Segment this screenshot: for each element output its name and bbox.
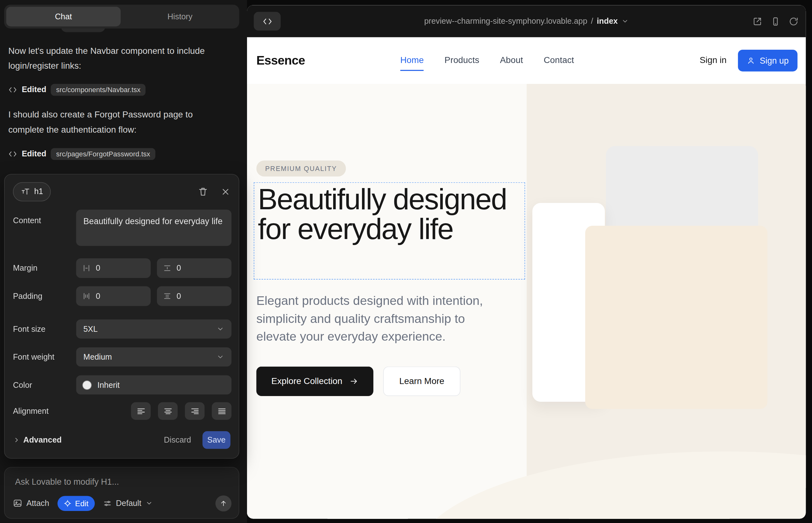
editor-footer: Advanced Discard Save: [13, 431, 231, 449]
margin-x-field[interactable]: [76, 258, 151, 278]
edited-label: Edited: [22, 85, 46, 94]
chevron-down-icon: [217, 325, 225, 333]
edited-file-row: Edited src/components/Navbar.tsx: [8, 83, 146, 96]
padding-y-icon: [163, 292, 171, 300]
hero-curve-decoration: [413, 451, 806, 519]
font-size-value: 5XL: [83, 324, 98, 333]
align-right-button[interactable]: [185, 402, 205, 420]
align-left-button[interactable]: [131, 402, 151, 420]
edit-mode-label: Edit: [75, 499, 88, 508]
chevron-down-icon: [145, 500, 153, 507]
font-size-select[interactable]: 5XL: [76, 320, 231, 339]
explore-collection-button[interactable]: Explore Collection: [256, 366, 373, 396]
chevron-down-icon: [217, 353, 225, 361]
padding-inputs: [76, 286, 231, 306]
chevron-down-icon: [621, 18, 629, 25]
align-justify-button[interactable]: [212, 402, 231, 420]
save-button[interactable]: Save: [202, 431, 230, 449]
chevron-right-icon: [13, 436, 20, 444]
nav-link-about[interactable]: About: [500, 55, 523, 66]
nav-link-home[interactable]: Home: [400, 55, 424, 66]
hero-badge: PREMIUM QUALITY: [256, 161, 346, 177]
site-navbar: Essence Home Products About Contact Sign…: [247, 37, 806, 84]
default-mode-button[interactable]: Default: [103, 499, 153, 508]
tab-chat[interactable]: Chat: [6, 7, 121, 26]
url-separator: /: [591, 16, 593, 26]
margin-x-input[interactable]: [96, 264, 127, 273]
refresh-icon[interactable]: [789, 16, 798, 26]
file-badge[interactable]: src/pages/ForgotPassword.tsx: [51, 148, 156, 160]
padding-x-icon: [82, 292, 91, 300]
chat-message: Now let's update the Navbar component to…: [8, 43, 214, 73]
preview-window: preview--charming-site-symphony.lovable.…: [247, 5, 806, 519]
align-left-icon: [136, 406, 146, 416]
align-center-button[interactable]: [158, 402, 178, 420]
user-icon: [747, 56, 755, 65]
margin-y-icon: [163, 264, 171, 272]
arrow-right-icon: [350, 377, 358, 385]
margin-x-icon: [82, 264, 91, 272]
decor-card-cream: [585, 226, 768, 409]
tab-history[interactable]: History: [123, 7, 237, 26]
chat-panel: Chat History Now let's update the Navbar…: [0, 0, 247, 523]
mobile-preview-icon[interactable]: [771, 16, 780, 26]
color-select[interactable]: Inherit: [76, 376, 231, 395]
align-justify-icon: [217, 406, 226, 416]
padding-x-field[interactable]: [76, 286, 151, 306]
align-center-icon: [163, 406, 173, 416]
advanced-toggle[interactable]: Advanced: [13, 435, 62, 445]
attach-label: Attach: [26, 499, 49, 508]
site-brand[interactable]: Essence: [256, 53, 305, 68]
panel-tabs: Chat History: [4, 5, 239, 29]
close-icon[interactable]: [221, 186, 231, 196]
open-external-icon[interactable]: [753, 16, 762, 26]
send-button[interactable]: [215, 495, 231, 511]
color-label: Color: [13, 381, 32, 390]
composer: Attach Edit Default: [4, 467, 239, 519]
element-tag-name: h1: [34, 187, 43, 196]
sign-in-link[interactable]: Sign in: [700, 55, 726, 66]
site-preview: Essence Home Products About Contact Sign…: [247, 37, 806, 519]
chat-message: I should also create a Forgot Password p…: [8, 107, 214, 137]
learn-more-button[interactable]: Learn More: [383, 366, 460, 396]
content-input[interactable]: Beautifully designed for everyday life: [76, 210, 231, 246]
font-weight-value: Medium: [83, 353, 112, 362]
element-tag-chip[interactable]: h1: [13, 182, 51, 201]
discard-button[interactable]: Discard: [164, 435, 191, 445]
font-weight-select[interactable]: Medium: [76, 347, 231, 366]
hero-heading[interactable]: Beautifully designed for everyday life: [254, 183, 525, 245]
padding-label: Padding: [13, 292, 42, 301]
sliders-icon: [103, 499, 112, 508]
margin-y-input[interactable]: [177, 264, 208, 273]
selected-element-outline[interactable]: Beautifully designed for everyday life: [254, 182, 525, 279]
sign-up-button[interactable]: Sign up: [738, 50, 797, 72]
url-bar[interactable]: preview--charming-site-symphony.lovable.…: [247, 5, 806, 37]
hero-cta-row: Explore Collection Learn More: [256, 366, 460, 396]
padding-y-field[interactable]: [157, 286, 231, 306]
explore-collection-label: Explore Collection: [271, 376, 342, 386]
crosshair-icon: [64, 499, 72, 507]
margin-label: Margin: [13, 264, 37, 273]
font-weight-label: Font weight: [13, 353, 54, 362]
nav-link-contact[interactable]: Contact: [544, 55, 574, 66]
file-badge[interactable]: src/components/Navbar.tsx: [51, 84, 146, 96]
element-editor-card: h1 Content Beautifully designed for ever…: [4, 174, 239, 458]
composer-input[interactable]: [15, 477, 222, 487]
hero-description: Elegant products designed with intention…: [256, 292, 506, 345]
app-root: Chat History Now let's update the Navbar…: [0, 0, 812, 523]
padding-y-input[interactable]: [177, 292, 208, 301]
site-nav-actions: Sign in Sign up: [700, 50, 797, 72]
trash-icon[interactable]: [198, 186, 208, 197]
text-size-icon: [21, 187, 30, 196]
code-icon: [8, 85, 17, 94]
align-right-icon: [190, 406, 199, 416]
padding-x-input[interactable]: [96, 292, 127, 301]
font-size-label: Font size: [13, 325, 46, 334]
attach-button[interactable]: Attach: [13, 499, 49, 508]
nav-link-products[interactable]: Products: [445, 55, 479, 66]
margin-y-field[interactable]: [157, 258, 231, 278]
alignment-buttons: [76, 402, 231, 420]
edited-file-row: Edited src/pages/ForgotPassword.tsx: [8, 147, 155, 161]
edit-mode-button[interactable]: Edit: [57, 496, 95, 511]
edited-label: Edited: [22, 149, 46, 158]
